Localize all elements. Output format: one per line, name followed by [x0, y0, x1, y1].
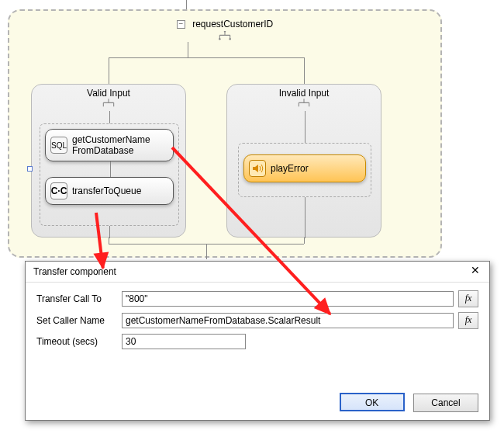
- field-label: Timeout (secs): [36, 336, 122, 347]
- cancel-button[interactable]: Cancel: [413, 394, 478, 412]
- connector-line: [305, 111, 306, 143]
- slot-group: playError: [238, 143, 371, 197]
- connector-line: [109, 226, 110, 238]
- dialog-button-row: OK Cancel: [333, 393, 478, 412]
- fork-icon: [217, 31, 233, 42]
- dialog-body: Transfer Call To fx Set Caller Name fx T…: [26, 283, 489, 349]
- transfer-call-to-input[interactable]: [122, 291, 454, 307]
- node-transfer-to-queue[interactable]: C·C transferToQueue: [45, 177, 174, 205]
- svg-point-2: [229, 38, 231, 40]
- connector-line: [206, 244, 207, 259]
- connector-line: [188, 42, 188, 57]
- branch-invalid-input[interactable]: Invalid Input playError: [226, 84, 381, 238]
- svg-point-0: [224, 31, 226, 33]
- fork-icon: [101, 99, 116, 109]
- branch-title: Valid Input: [32, 85, 185, 99]
- connector-line: [305, 197, 306, 238]
- set-caller-name-input[interactable]: [122, 313, 454, 328]
- fx-button[interactable]: fx: [458, 312, 478, 329]
- field-label: Set Caller Name: [36, 315, 122, 326]
- form-row-transfer: Transfer Call To fx: [36, 290, 478, 307]
- node-play-error[interactable]: playError: [243, 154, 366, 182]
- connector-line: [186, 0, 187, 9]
- form-row-timeout: Timeout (secs): [36, 334, 478, 349]
- connector-line: [304, 238, 305, 244]
- stage-title: requestCustomerID: [192, 19, 273, 29]
- collapse-icon[interactable]: −: [177, 20, 185, 29]
- field-label: Transfer Call To: [36, 293, 122, 304]
- database-icon: SQL: [50, 137, 67, 154]
- selection-handle[interactable]: [27, 166, 33, 172]
- connector-line: [304, 57, 305, 84]
- connector-line: [110, 161, 111, 177]
- stage-header: − requestCustomerID: [9, 19, 440, 42]
- branch-valid-input[interactable]: Valid Input SQL getCustomerName FromData…: [31, 84, 186, 238]
- node-label: playError: [271, 163, 309, 174]
- fx-button[interactable]: fx: [458, 290, 478, 307]
- connector-line: [109, 111, 110, 123]
- form-row-caller-name: Set Caller Name fx: [36, 312, 478, 329]
- connector-line: [109, 57, 304, 58]
- speaker-icon: [249, 160, 266, 177]
- fork-icon: [296, 99, 312, 109]
- transfer-component-dialog: Transfer component ✕ Transfer Call To fx…: [25, 261, 490, 421]
- node-label: transferToQueue: [72, 186, 141, 196]
- slot-group: SQL getCustomerName FromDatabase C·C tra…: [40, 123, 179, 226]
- close-icon[interactable]: ✕: [466, 263, 485, 279]
- node-label: getCustomerName FromDatabase: [72, 134, 150, 156]
- node-get-customer-name[interactable]: SQL getCustomerName FromDatabase: [45, 129, 174, 161]
- ok-button[interactable]: OK: [340, 393, 405, 411]
- connector-line: [109, 57, 109, 84]
- phone-transfer-icon: C·C: [50, 182, 67, 199]
- timeout-input[interactable]: [122, 334, 246, 349]
- svg-point-1: [219, 38, 221, 40]
- branch-title: Invalid Input: [227, 85, 381, 99]
- connector-line: [109, 238, 109, 244]
- flow-canvas: − requestCustomerID Valid Input SQL getC…: [8, 9, 442, 258]
